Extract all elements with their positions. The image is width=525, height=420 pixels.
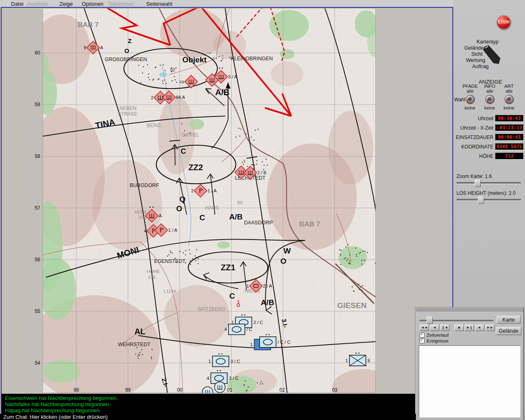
kartentyp-title: Kartentyp xyxy=(477,39,499,45)
art-knob-icon[interactable] xyxy=(504,95,514,104)
unit-label: 4 xyxy=(207,376,209,381)
pfade-knob-icon[interactable] xyxy=(466,95,475,104)
tactical-label: ZZ2 xyxy=(188,163,203,172)
tactical-label: Objekt xyxy=(182,55,207,64)
tactical-label: O xyxy=(124,47,129,54)
play-reverse-button[interactable]: ◄ xyxy=(430,324,439,331)
zeitverlauf-checkbox[interactable] xyxy=(420,333,425,338)
unit-label: 2 xyxy=(151,95,153,100)
kartentyp-option-wertung[interactable]: Wertung xyxy=(466,57,485,63)
grid-col-label: 98 xyxy=(73,387,79,393)
event-listbox[interactable] xyxy=(419,345,520,418)
step-forward-button[interactable]: ►❙ xyxy=(465,324,474,331)
readout-lcd-display: 212 xyxy=(495,153,524,160)
menu-item-teilnehmer: Teilnehmer: xyxy=(108,1,135,7)
chat-message: Nachtfalke hat Nachbesprechung begonnen. xyxy=(5,401,452,407)
tactical-label: ZZ1 xyxy=(221,263,235,272)
fast-rewind-button[interactable]: ◄◄ xyxy=(420,324,429,331)
readout-row: Uhrzeit - X-Zeit-03:23:17 xyxy=(453,125,525,131)
zoom-slider-handle[interactable] xyxy=(475,180,481,187)
place-label: BURGDORF xyxy=(130,183,159,188)
checkbox-row-ereignisse: Ereignisse xyxy=(420,338,449,343)
unit-label: 84 A xyxy=(176,95,185,100)
unit-label: co xyxy=(179,79,184,84)
grid-row-label: 59 xyxy=(35,102,41,107)
unit-label: 1 xyxy=(208,359,211,364)
los-slider-handle[interactable] xyxy=(478,196,484,204)
chat-message: Hapag hat Nachbesprechung begonnen. xyxy=(5,407,452,413)
place-label: B6 xyxy=(237,200,242,205)
topographic-map[interactable]: 989900010203BAB 7GROßOBRINGENKLEINOBRING… xyxy=(2,8,452,394)
checkbox-row-zeitverlauf: Zeitverlauf xyxy=(420,333,449,338)
place-label: WEHRSTEDT xyxy=(118,342,151,347)
unit-label: E xyxy=(368,358,370,363)
unit-label: 9 xyxy=(84,45,86,50)
place-label: SPITZBERG xyxy=(198,306,226,312)
menu-item-zeige[interactable]: Zeige xyxy=(59,1,73,7)
fast-forward-button[interactable]: ►► xyxy=(485,324,495,331)
checkbox-label: Zeitverlauf xyxy=(427,333,449,338)
place-label: HÖHE xyxy=(147,269,160,274)
unit-label: 1 / A xyxy=(168,228,178,233)
grid-col-label: 00 xyxy=(177,387,183,393)
menu-item-datei[interactable]: Datei xyxy=(11,1,23,7)
unit-label: 2 / A xyxy=(263,283,272,288)
info-knob-icon[interactable] xyxy=(485,95,495,104)
knob-title: ART xyxy=(496,84,522,89)
timeline-slider-handle[interactable] xyxy=(427,317,433,324)
tactical-label: C xyxy=(199,213,205,222)
readout-lcd-display: 08:36:43 xyxy=(495,115,524,122)
place-label: BAB 7 xyxy=(78,21,98,29)
zoom-slider-label: Zoom Karte: 1.6 xyxy=(457,173,492,179)
unit-label: 1 xyxy=(250,342,253,347)
readout-label: Uhrzeit xyxy=(478,116,493,121)
place-label: HAUS xyxy=(205,205,219,211)
ereignisse-checkbox[interactable] xyxy=(420,338,425,343)
tactical-label: A/B xyxy=(229,212,243,221)
unit-label: / C xyxy=(247,327,252,332)
grid-col-label: 99 xyxy=(125,387,131,393)
menu-item-seitenwahl[interactable]: Seitenwahl xyxy=(146,1,172,7)
place-label: 219 xyxy=(148,275,155,280)
place-label: DAASDORP xyxy=(244,220,273,226)
tactical-label: A/B xyxy=(215,88,229,97)
kartentyp-option-sicht[interactable]: Sicht xyxy=(471,51,483,57)
place-label: GIPFEL xyxy=(182,132,199,138)
place-label: STRAßE xyxy=(118,111,137,117)
play-button[interactable]: ► xyxy=(475,324,484,331)
unit-label: 1 xyxy=(247,283,249,288)
karte-button[interactable]: Karte xyxy=(497,316,520,324)
ende-button[interactable]: Ende xyxy=(497,15,511,29)
chat-log[interactable]: Eisenschwein hat Nachbesprechung begonne… xyxy=(2,394,452,415)
unit-label: A xyxy=(100,45,103,50)
unit-label: A xyxy=(159,213,162,218)
menu-items: DateiAuslöserZeigeOptionenTeilnehmer:Sei… xyxy=(0,0,453,7)
readout-lcd-display: -03:23:17 xyxy=(495,124,524,131)
gelaende-button[interactable]: Gelände xyxy=(496,327,521,335)
unit-label: 1 / A xyxy=(208,188,217,193)
readout-label: Uhrzeit - X-Zeit xyxy=(460,125,493,131)
chat-status-bar[interactable]: Zum Chat: Hier klicken (oder Enter drück… xyxy=(0,414,416,420)
unit-label: 4 xyxy=(144,228,146,233)
grid-col-label: 03 xyxy=(332,387,338,393)
place-label: GIESEN xyxy=(337,301,367,310)
unit-label: 3 / C xyxy=(229,376,238,381)
place-label: 52 xyxy=(170,67,175,72)
readout-label: KOORDINATE xyxy=(461,144,493,150)
tactical-label: A/B xyxy=(261,298,274,307)
los-slider-track[interactable] xyxy=(457,199,521,201)
step-back-button[interactable]: ❙◄ xyxy=(440,324,450,331)
place-label: NEBEN xyxy=(119,105,136,111)
stop-button[interactable]: ■ xyxy=(454,324,464,331)
tactical-label: O xyxy=(176,204,183,213)
menu-bar: DateiAuslöserZeigeOptionenTeilnehmer:Sei… xyxy=(0,0,453,7)
place-label: BAB 7 xyxy=(299,220,320,228)
unit-label: 2 xyxy=(191,188,194,193)
friendly-circle-unit-icon[interactable] xyxy=(215,382,225,393)
zoom-slider-track[interactable] xyxy=(457,182,521,184)
grid-col-label: 02 xyxy=(279,387,285,393)
unit-label: 3 / A xyxy=(228,74,237,79)
kartentyp-option-gelände[interactable]: Gelände xyxy=(464,45,484,51)
menu-item-auslöser: Auslöser xyxy=(27,1,48,7)
menu-item-optionen[interactable]: Optionen xyxy=(82,1,103,7)
